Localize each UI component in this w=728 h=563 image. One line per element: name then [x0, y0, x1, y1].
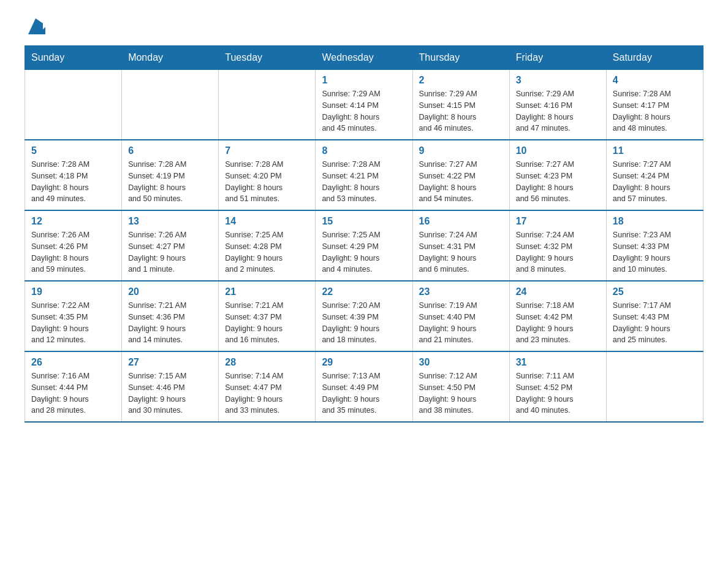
calendar-cell: 25Sunrise: 7:17 AM Sunset: 4:43 PM Dayli…: [606, 281, 703, 351]
day-info: Sunrise: 7:21 AM Sunset: 4:36 PM Dayligh…: [128, 300, 212, 346]
calendar-cell: 21Sunrise: 7:21 AM Sunset: 4:37 PM Dayli…: [219, 281, 316, 351]
day-info: Sunrise: 7:28 AM Sunset: 4:17 PM Dayligh…: [613, 88, 697, 134]
calendar-cell: 11Sunrise: 7:27 AM Sunset: 4:24 PM Dayli…: [606, 140, 703, 210]
day-info: Sunrise: 7:18 AM Sunset: 4:42 PM Dayligh…: [516, 300, 600, 346]
calendar-cell: 6Sunrise: 7:28 AM Sunset: 4:19 PM Daylig…: [122, 140, 219, 210]
day-info: Sunrise: 7:19 AM Sunset: 4:40 PM Dayligh…: [419, 300, 503, 346]
calendar-cell: 8Sunrise: 7:28 AM Sunset: 4:21 PM Daylig…: [316, 140, 412, 210]
calendar-cell: 5Sunrise: 7:28 AM Sunset: 4:18 PM Daylig…: [25, 140, 122, 210]
day-number: 1: [322, 75, 406, 86]
day-number: 28: [225, 357, 309, 368]
day-number: 14: [225, 216, 309, 227]
day-number: 25: [613, 286, 697, 297]
day-number: 17: [516, 216, 600, 227]
calendar-cell: [219, 70, 316, 140]
day-info: Sunrise: 7:16 AM Sunset: 4:44 PM Dayligh…: [31, 370, 115, 416]
day-info: Sunrise: 7:27 AM Sunset: 4:23 PM Dayligh…: [516, 159, 600, 205]
header-sunday: Sunday: [25, 46, 122, 70]
day-info: Sunrise: 7:29 AM Sunset: 4:15 PM Dayligh…: [419, 88, 503, 134]
day-info: Sunrise: 7:28 AM Sunset: 4:19 PM Dayligh…: [128, 159, 212, 205]
day-info: Sunrise: 7:11 AM Sunset: 4:52 PM Dayligh…: [516, 370, 600, 416]
day-number: 30: [419, 357, 503, 368]
header-thursday: Thursday: [412, 46, 509, 70]
header-saturday: Saturday: [606, 46, 703, 70]
calendar-header-row: SundayMondayTuesdayWednesdayThursdayFrid…: [25, 46, 703, 70]
calendar-cell: 15Sunrise: 7:25 AM Sunset: 4:29 PM Dayli…: [316, 210, 412, 281]
calendar-cell: 26Sunrise: 7:16 AM Sunset: 4:44 PM Dayli…: [25, 351, 122, 422]
day-number: 13: [128, 216, 212, 227]
day-number: 24: [516, 286, 600, 297]
header-friday: Friday: [509, 46, 606, 70]
day-info: Sunrise: 7:25 AM Sunset: 4:28 PM Dayligh…: [225, 229, 309, 275]
day-number: 27: [128, 357, 212, 368]
calendar-cell: 23Sunrise: 7:19 AM Sunset: 4:40 PM Dayli…: [412, 281, 509, 351]
calendar-cell: [25, 70, 122, 140]
day-number: 15: [322, 216, 406, 227]
calendar-cell: 9Sunrise: 7:27 AM Sunset: 4:22 PM Daylig…: [412, 140, 509, 210]
day-info: Sunrise: 7:26 AM Sunset: 4:27 PM Dayligh…: [128, 229, 212, 275]
calendar-cell: 14Sunrise: 7:25 AM Sunset: 4:28 PM Dayli…: [219, 210, 316, 281]
calendar-cell: 16Sunrise: 7:24 AM Sunset: 4:31 PM Dayli…: [412, 210, 509, 281]
day-info: Sunrise: 7:15 AM Sunset: 4:46 PM Dayligh…: [128, 370, 212, 416]
day-info: Sunrise: 7:29 AM Sunset: 4:14 PM Dayligh…: [322, 88, 406, 134]
day-number: 7: [225, 145, 309, 156]
day-number: 2: [419, 75, 503, 86]
day-number: 18: [613, 216, 697, 227]
calendar-cell: 7Sunrise: 7:28 AM Sunset: 4:20 PM Daylig…: [219, 140, 316, 210]
calendar-cell: 17Sunrise: 7:24 AM Sunset: 4:32 PM Dayli…: [509, 210, 606, 281]
day-info: Sunrise: 7:27 AM Sunset: 4:22 PM Dayligh…: [419, 159, 503, 205]
day-number: 3: [516, 75, 600, 86]
day-info: Sunrise: 7:28 AM Sunset: 4:18 PM Dayligh…: [31, 159, 115, 205]
day-info: Sunrise: 7:23 AM Sunset: 4:33 PM Dayligh…: [613, 229, 697, 275]
calendar-cell: 12Sunrise: 7:26 AM Sunset: 4:26 PM Dayli…: [25, 210, 122, 281]
day-number: 23: [419, 286, 503, 297]
calendar-week-3: 12Sunrise: 7:26 AM Sunset: 4:26 PM Dayli…: [25, 210, 703, 281]
day-info: Sunrise: 7:25 AM Sunset: 4:29 PM Dayligh…: [322, 229, 406, 275]
calendar-week-2: 5Sunrise: 7:28 AM Sunset: 4:18 PM Daylig…: [25, 140, 703, 210]
header-monday: Monday: [122, 46, 219, 70]
day-info: Sunrise: 7:28 AM Sunset: 4:20 PM Dayligh…: [225, 159, 309, 205]
calendar-cell: [122, 70, 219, 140]
day-number: 16: [419, 216, 503, 227]
day-info: Sunrise: 7:22 AM Sunset: 4:35 PM Dayligh…: [31, 300, 115, 346]
calendar-week-4: 19Sunrise: 7:22 AM Sunset: 4:35 PM Dayli…: [25, 281, 703, 351]
calendar-cell: 28Sunrise: 7:14 AM Sunset: 4:47 PM Dayli…: [219, 351, 316, 422]
day-info: Sunrise: 7:17 AM Sunset: 4:43 PM Dayligh…: [613, 300, 697, 346]
calendar-week-5: 26Sunrise: 7:16 AM Sunset: 4:44 PM Dayli…: [25, 351, 703, 422]
calendar-table: SundayMondayTuesdayWednesdayThursdayFrid…: [25, 45, 703, 423]
day-info: Sunrise: 7:24 AM Sunset: 4:31 PM Dayligh…: [419, 229, 503, 275]
calendar-cell: 20Sunrise: 7:21 AM Sunset: 4:36 PM Dayli…: [122, 281, 219, 351]
calendar-cell: 19Sunrise: 7:22 AM Sunset: 4:35 PM Dayli…: [25, 281, 122, 351]
day-info: Sunrise: 7:20 AM Sunset: 4:39 PM Dayligh…: [322, 300, 406, 346]
day-info: Sunrise: 7:27 AM Sunset: 4:24 PM Dayligh…: [613, 159, 697, 205]
day-number: 20: [128, 286, 212, 297]
day-info: Sunrise: 7:12 AM Sunset: 4:50 PM Dayligh…: [419, 370, 503, 416]
calendar-cell: 3Sunrise: 7:29 AM Sunset: 4:16 PM Daylig…: [509, 70, 606, 140]
day-info: Sunrise: 7:28 AM Sunset: 4:21 PM Dayligh…: [322, 159, 406, 205]
day-number: 29: [322, 357, 406, 368]
day-number: 21: [225, 286, 309, 297]
day-number: 10: [516, 145, 600, 156]
day-number: 19: [31, 286, 115, 297]
header-tuesday: Tuesday: [219, 46, 316, 70]
day-number: 6: [128, 145, 212, 156]
day-number: 22: [322, 286, 406, 297]
calendar-cell: 10Sunrise: 7:27 AM Sunset: 4:23 PM Dayli…: [509, 140, 606, 210]
day-number: 26: [31, 357, 115, 368]
day-number: 11: [613, 145, 697, 156]
calendar-cell: 30Sunrise: 7:12 AM Sunset: 4:50 PM Dayli…: [412, 351, 509, 422]
calendar-cell: 27Sunrise: 7:15 AM Sunset: 4:46 PM Dayli…: [122, 351, 219, 422]
day-number: 31: [516, 357, 600, 368]
day-number: 12: [31, 216, 115, 227]
calendar-cell: [606, 351, 703, 422]
day-info: Sunrise: 7:14 AM Sunset: 4:47 PM Dayligh…: [225, 370, 309, 416]
day-info: Sunrise: 7:26 AM Sunset: 4:26 PM Dayligh…: [31, 229, 115, 275]
calendar-cell: 13Sunrise: 7:26 AM Sunset: 4:27 PM Dayli…: [122, 210, 219, 281]
calendar-cell: 2Sunrise: 7:29 AM Sunset: 4:15 PM Daylig…: [412, 70, 509, 140]
page-header: [25, 18, 703, 34]
calendar-cell: 4Sunrise: 7:28 AM Sunset: 4:17 PM Daylig…: [606, 70, 703, 140]
calendar-cell: 24Sunrise: 7:18 AM Sunset: 4:42 PM Dayli…: [509, 281, 606, 351]
calendar-cell: 31Sunrise: 7:11 AM Sunset: 4:52 PM Dayli…: [509, 351, 606, 422]
logo-icon: [26, 17, 45, 37]
logo: [25, 18, 45, 34]
